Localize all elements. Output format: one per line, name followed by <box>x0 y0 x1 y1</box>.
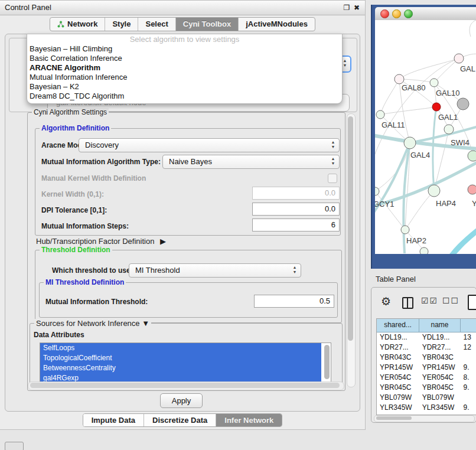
settings-scrollbar[interactable] <box>347 113 356 387</box>
data-attribute-item[interactable]: TopologicalCoefficient <box>40 353 321 363</box>
tab-infer-network[interactable]: Infer Network <box>216 414 282 426</box>
list-scrollbar[interactable] <box>324 345 330 379</box>
network-node[interactable] <box>420 247 428 254</box>
table-cell[interactable]: YBR043C <box>377 353 419 363</box>
network-node[interactable] <box>430 79 438 87</box>
table-cell[interactable]: 9. <box>460 363 476 373</box>
scrollbar-thumb[interactable] <box>376 416 412 420</box>
algorithm-option[interactable]: Mutual Information Inference <box>27 73 342 82</box>
hub-definition-toggle[interactable]: Hub/Transcription Factor Definition ▶ <box>36 237 166 246</box>
column-header[interactable] <box>461 319 475 332</box>
table-row[interactable]: YLR345WYLR345W9. <box>377 403 476 413</box>
file-icon[interactable] <box>468 295 476 310</box>
network-node[interactable] <box>401 226 409 234</box>
zoom-traffic-light-icon[interactable] <box>404 9 413 18</box>
algorithm-option[interactable]: ARACNE Algorithm <box>27 63 342 73</box>
table-row[interactable]: YDL19...YDL19...13 <box>377 332 476 343</box>
scrollbar-thumb[interactable] <box>348 116 353 341</box>
select-all-checkboxes-icon[interactable]: ☑☑ <box>421 296 438 305</box>
table-cell[interactable]: YBR045C <box>419 383 461 393</box>
algorithm-option[interactable]: Basic Correlation Inference <box>27 54 342 63</box>
which-threshold-combo[interactable]: MI Threshold ▲▼ <box>129 263 301 278</box>
table-cell[interactable] <box>460 393 476 403</box>
tab-select[interactable]: Select <box>138 18 175 31</box>
float-window-icon[interactable]: ❐ <box>343 4 351 12</box>
scrollbar-thumb[interactable] <box>30 383 340 388</box>
table-cell[interactable]: YDL19... <box>377 332 419 343</box>
network-node-selected[interactable] <box>432 103 441 111</box>
algorithm-option[interactable]: Bayesian – K2 <box>27 82 342 92</box>
data-attribute-item[interactable]: BetweennessCentrality <box>40 363 321 373</box>
network-canvas[interactable]: GAL80 GAL10 GAL1 GAL11 SWI4 GAL4 GCY1 HA… <box>375 20 476 254</box>
data-attribute-item[interactable]: SelfLoops <box>40 343 321 353</box>
table-cell[interactable] <box>460 353 476 363</box>
tab-impute-data[interactable]: Impute Data <box>83 414 144 426</box>
table-row[interactable]: YER054CYER054C8. <box>377 373 476 383</box>
table-row[interactable]: YPR145WYPR145W9. <box>377 363 476 373</box>
network-node[interactable] <box>444 125 454 134</box>
table-cell[interactable]: YPR145W <box>419 363 461 373</box>
table-cell[interactable]: YER054C <box>419 373 461 383</box>
table-cell[interactable]: YDR27... <box>377 343 419 353</box>
deselect-all-checkboxes-icon[interactable]: ☐☐ <box>442 296 459 305</box>
manual-kernel-checkbox[interactable] <box>328 174 337 183</box>
table-row[interactable]: YBL079WYBL079W <box>377 393 476 403</box>
network-node[interactable] <box>395 74 404 84</box>
tab-cyni-toolbox[interactable]: Cyni Toolbox <box>176 18 239 31</box>
aracne-mode-combo[interactable]: Discovery ▲▼ <box>79 138 340 152</box>
table-cell[interactable]: YBR045C <box>377 383 419 393</box>
tab-jactivemnodules[interactable]: jActiveMNodules <box>239 18 315 31</box>
table-cell[interactable]: YBL079W <box>419 393 461 403</box>
table-cell[interactable]: YBR043C <box>419 353 461 363</box>
sources-title[interactable]: Sources for Network Inference ▼ <box>34 319 151 328</box>
table-cell[interactable]: YLR345W <box>377 403 419 413</box>
network-node[interactable] <box>375 187 379 195</box>
table-row[interactable]: YBR043CYBR043C <box>377 353 476 363</box>
table-cell[interactable]: YBL079W <box>377 393 419 403</box>
tab-network[interactable]: Network <box>50 18 105 31</box>
network-node[interactable] <box>376 110 384 119</box>
network-node[interactable] <box>468 185 476 194</box>
node-attribute-table[interactable]: shared... name YDL19...YDL19...13YDR27..… <box>376 318 476 415</box>
close-traffic-light-icon[interactable] <box>380 9 389 18</box>
table-cell[interactable]: 12 <box>460 343 476 353</box>
tab-discretize-data[interactable]: Discretize Data <box>144 414 216 426</box>
data-attributes-list[interactable]: SelfLoopsTopologicalCoefficientBetweenne… <box>40 343 331 384</box>
minimize-traffic-light-icon[interactable] <box>392 9 401 18</box>
algorithm-option[interactable]: Dream8 DC_TDC Algorithm <box>27 92 342 101</box>
mi-threshold-input[interactable]: 0.5 <box>254 295 334 308</box>
settings-horizontal-scrollbar[interactable] <box>28 381 344 390</box>
algorithm-option[interactable]: Bayesian – Hill Climbing <box>27 44 342 54</box>
mi-type-combo[interactable]: Naive Bayes ▲▼ <box>162 155 340 169</box>
table-cell[interactable]: YER054C <box>377 373 419 383</box>
column-header[interactable]: shared... <box>377 319 419 332</box>
kernel-width-input[interactable]: 0.0 <box>252 187 340 200</box>
network-node[interactable] <box>404 137 416 149</box>
table-cell[interactable]: 9. <box>460 383 476 393</box>
columns-icon[interactable] <box>402 297 413 309</box>
collapsed-panel-stub[interactable] <box>5 442 24 450</box>
tab-style[interactable]: Style <box>105 18 138 31</box>
table-cell[interactable]: YDR27... <box>419 343 461 353</box>
table-cell[interactable]: 8. <box>460 373 476 383</box>
gear-icon[interactable]: ⚙ <box>381 295 391 308</box>
network-node[interactable] <box>428 185 440 197</box>
network-node[interactable] <box>468 151 476 161</box>
table-cell[interactable]: 9. <box>460 403 476 413</box>
table-row[interactable]: YDR27...YDR27...12 <box>377 343 476 353</box>
table-cell[interactable]: YLR345W <box>419 403 461 413</box>
network-node[interactable] <box>454 54 464 63</box>
table-horizontal-scrollbar[interactable] <box>374 415 475 422</box>
dpi-tolerance-input[interactable]: 0.0 <box>252 203 340 216</box>
close-icon[interactable]: ✖ <box>353 4 361 12</box>
node-label: SWI4 <box>451 138 470 147</box>
table-cell[interactable]: YPR145W <box>377 363 419 373</box>
network-node[interactable] <box>457 98 469 110</box>
mi-steps-input[interactable]: 6 <box>252 219 340 231</box>
table-row[interactable]: YBR045CYBR045C9. <box>377 383 476 393</box>
table-cell[interactable]: YDL19... <box>419 332 461 343</box>
apply-button[interactable]: Apply <box>160 393 203 408</box>
column-header[interactable]: name <box>419 319 461 332</box>
table-cell[interactable]: 13 <box>460 332 476 343</box>
node-label: Y <box>472 199 476 208</box>
